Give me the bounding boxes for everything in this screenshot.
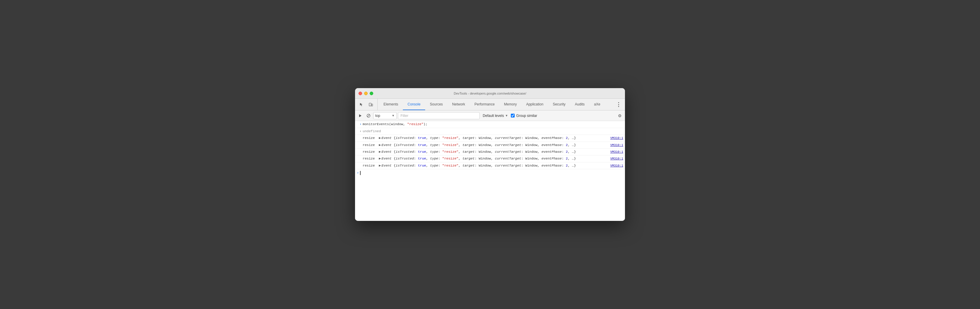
console-undefined-text: undefined — [363, 129, 623, 134]
console-prompt-line[interactable]: › — [355, 169, 625, 176]
svg-rect-1 — [371, 104, 372, 106]
title-bar: DevTools - developers.google.com/web/sho… — [355, 88, 625, 99]
main-tabs: Elements Console Sources Network Perform… — [379, 99, 614, 110]
console-event-line-3: resize ▶Event {isTrusted: true, type: "r… — [355, 149, 625, 155]
inspect-element-button[interactable] — [357, 101, 366, 109]
tab-bar: Elements Console Sources Network Perform… — [355, 99, 625, 110]
event-prefix-5 — [357, 163, 363, 163]
command-prefix: › — [357, 122, 363, 127]
event-prefix-1 — [357, 135, 363, 136]
console-event-text-1: resize ▶Event {isTrusted: true, type: "r… — [363, 135, 608, 141]
svg-marker-3 — [359, 114, 361, 117]
console-event-text-5: resize ▶Event {isTrusted: true, type: "r… — [363, 163, 608, 168]
group-similar-checkbox[interactable] — [511, 114, 515, 117]
console-event-line-5: resize ▶Event {isTrusted: true, type: "r… — [355, 162, 625, 169]
svg-line-5 — [368, 115, 370, 117]
event-prefix-4 — [357, 156, 363, 156]
device-icon — [369, 102, 373, 107]
dropdown-arrow-icon: ▼ — [392, 114, 395, 117]
prompt-cursor — [360, 171, 361, 175]
block-icon-button[interactable] — [365, 112, 372, 119]
console-event-line-4: resize ▶Event {isTrusted: true, type: "r… — [355, 155, 625, 162]
tab-network[interactable]: Network — [447, 99, 470, 110]
tab-memory[interactable]: Memory — [500, 99, 522, 110]
console-area: › monitorEvents(window, "resize"); ‹ und… — [355, 121, 625, 221]
event-prefix-2 — [357, 142, 363, 143]
console-event-text-3: resize ▶Event {isTrusted: true, type: "r… — [363, 149, 608, 155]
tab-security[interactable]: Security — [548, 99, 570, 110]
tab-sources[interactable]: Sources — [425, 99, 447, 110]
play-icon — [358, 114, 363, 118]
tab-audits[interactable]: Audits — [570, 99, 589, 110]
console-event-line-1: resize ▶Event {isTrusted: true, type: "r… — [355, 135, 625, 142]
block-icon — [366, 114, 371, 118]
expand-arrow-4[interactable]: ▶ — [379, 156, 381, 161]
tab-performance[interactable]: Performance — [470, 99, 500, 110]
console-command-text: monitorEvents(window, "resize"); — [363, 122, 623, 127]
maximize-button[interactable] — [370, 92, 373, 95]
expand-arrow-2[interactable]: ▶ — [379, 142, 381, 148]
levels-selector[interactable]: Default levels ▼ — [481, 112, 510, 119]
console-source-1[interactable]: VM310:1 — [608, 136, 623, 141]
tab-elements[interactable]: Elements — [379, 99, 403, 110]
tab-bar-right: ⋮ — [614, 99, 623, 110]
console-source-5[interactable]: VM310:1 — [608, 163, 623, 168]
console-source-3[interactable]: VM310:1 — [608, 149, 623, 155]
console-command-line: › monitorEvents(window, "resize"); — [355, 121, 625, 128]
context-selector[interactable]: top ▼ — [373, 112, 397, 119]
levels-arrow-icon: ▼ — [505, 114, 508, 117]
console-undefined-line: ‹ undefined — [355, 128, 625, 135]
cursor-icon — [360, 102, 364, 107]
expand-arrow-1[interactable]: ▶ — [379, 135, 381, 141]
undefined-prefix: ‹ — [357, 129, 363, 134]
window-title: DevTools - developers.google.com/web/sho… — [453, 92, 526, 95]
minimize-button[interactable] — [364, 92, 368, 95]
devtools-window: DevTools - developers.google.com/web/sho… — [355, 88, 625, 221]
console-event-text-2: resize ▶Event {isTrusted: true, type: "r… — [363, 142, 608, 148]
more-tabs-button[interactable]: ⋮ — [614, 101, 623, 109]
group-similar-label[interactable]: Group similar — [511, 114, 537, 118]
console-event-line-2: resize ▶Event {isTrusted: true, type: "r… — [355, 142, 625, 149]
device-toolbar-button[interactable] — [367, 101, 375, 109]
filter-input[interactable] — [398, 112, 480, 119]
console-toolbar: top ▼ Default levels ▼ Group similar ⚙ — [355, 110, 625, 121]
prompt-symbol: › — [357, 170, 359, 176]
expand-arrow-3[interactable]: ▶ — [379, 149, 381, 155]
devtools-toolbar-icons — [357, 99, 378, 110]
traffic-lights — [358, 92, 373, 95]
close-button[interactable] — [358, 92, 362, 95]
tab-console[interactable]: Console — [403, 99, 425, 110]
settings-button[interactable]: ⚙ — [616, 112, 623, 119]
console-event-text-4: resize ▶Event {isTrusted: true, type: "r… — [363, 156, 608, 161]
console-source-4[interactable]: VM310:1 — [608, 156, 623, 161]
expand-arrow-5[interactable]: ▶ — [379, 163, 381, 168]
clear-console-button[interactable] — [357, 112, 364, 119]
tab-axe[interactable]: aXe — [589, 99, 605, 110]
tab-application[interactable]: Application — [522, 99, 548, 110]
console-source-2[interactable]: VM310:1 — [608, 143, 623, 148]
